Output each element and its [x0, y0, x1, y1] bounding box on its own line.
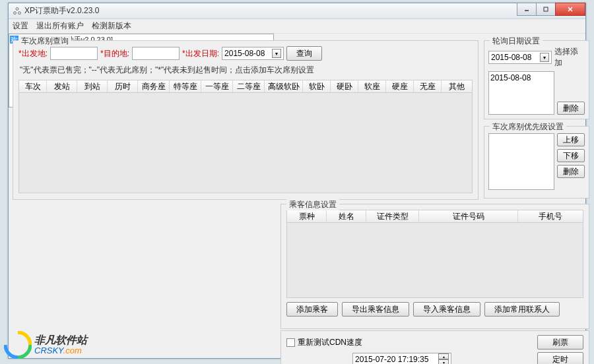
- to-input[interactable]: [132, 47, 180, 60]
- titlebar: XP订票助手v2.0.23.0: [9, 3, 585, 19]
- watermark-domain: CRSKY.com: [34, 346, 87, 355]
- poll-add-label: 选择添加: [554, 46, 585, 69]
- poll-date-list[interactable]: 2015-08-08: [488, 71, 554, 115]
- th-hard-seat[interactable]: 硬座: [386, 80, 414, 92]
- to-label: *目的地:: [100, 48, 129, 59]
- content-area: 车次席别查询 *出发地: *目的地: *出发日期: 2015-08-08 ▾ 查…: [9, 34, 585, 358]
- close-icon: [566, 5, 574, 13]
- chevron-down-icon: ▾: [540, 53, 549, 62]
- menu-settings[interactable]: 设置: [13, 20, 28, 32]
- th-hard-sleeper[interactable]: 硬卧: [331, 80, 358, 92]
- move-down-button[interactable]: 下移: [557, 149, 585, 162]
- th-phone[interactable]: 手机号: [518, 210, 583, 222]
- maximize-icon: [543, 6, 549, 13]
- brush-button[interactable]: 刷票: [537, 335, 583, 349]
- passenger-table-body[interactable]: [286, 223, 583, 298]
- passenger-group: 乘客信息设置 票种 姓名 证件类型 证件号码 手机号 添加乘客 导出乘客信息 导…: [280, 204, 589, 329]
- minimize-icon: [523, 6, 530, 13]
- passenger-table-header: 票种 姓名 证件类型 证件号码 手机号: [286, 210, 583, 223]
- add-passenger-button[interactable]: 添加乘客: [286, 302, 338, 317]
- menu-check-update[interactable]: 检测新版本: [92, 20, 131, 32]
- maximize-button[interactable]: [536, 3, 556, 16]
- train-search-group: 车次席别查询 *出发地: *目的地: *出发日期: 2015-08-08 ▾ 查…: [13, 40, 478, 200]
- th-special[interactable]: 特等座: [170, 80, 201, 92]
- bottom-row-2: 2015-07-20 17:19:35 ▴▾ 定时: [281, 351, 589, 364]
- th-name[interactable]: 姓名: [327, 210, 366, 222]
- th-second[interactable]: 二等座: [233, 80, 265, 92]
- poll-date-value: 2015-08-08: [491, 53, 531, 62]
- th-soft-sleeper-high[interactable]: 高级软卧: [265, 80, 303, 92]
- minimize-button[interactable]: [517, 3, 537, 16]
- th-ticket-type[interactable]: 票种: [287, 210, 327, 222]
- watermark: 非凡软件站 CRSKY.com: [4, 331, 87, 359]
- passenger-buttons: 添加乘客 导出乘客信息 导入乘客信息 添加常用联系人: [281, 302, 589, 317]
- poll-date-picker[interactable]: 2015-08-08 ▾: [488, 51, 552, 64]
- passenger-group-title: 乘客信息设置: [286, 199, 339, 210]
- poll-group-title: 轮询日期设置: [490, 36, 543, 47]
- priority-group: 车次席别优先级设置 上移 下移 删除: [484, 126, 589, 198]
- window-controls: [517, 3, 585, 16]
- svg-point-1: [14, 11, 16, 14]
- app-window: XP订票助手v2.0.23.0 设置 退出所有账户 检测新版本 车次席别查询 *…: [8, 3, 586, 359]
- close-button[interactable]: [555, 3, 585, 16]
- depart-date-value: 2015-08-08: [224, 49, 265, 58]
- move-up-button[interactable]: 上移: [557, 133, 585, 146]
- th-other[interactable]: 其他: [442, 80, 472, 92]
- search-row: *出发地: *目的地: *出发日期: 2015-08-08 ▾ 查询: [13, 41, 478, 63]
- import-passenger-button[interactable]: 导入乘客信息: [413, 302, 480, 317]
- th-train[interactable]: 车次: [19, 80, 47, 92]
- th-from[interactable]: 发站: [47, 80, 77, 92]
- titlebar-text: XP订票助手v2.0.23.0: [24, 5, 99, 16]
- watermark-name: 非凡软件站: [34, 335, 87, 346]
- stepper-icon[interactable]: ▴▾: [438, 353, 449, 364]
- query-button[interactable]: 查询: [286, 46, 322, 61]
- menubar: 设置 退出所有账户 检测新版本: [9, 19, 585, 34]
- th-duration[interactable]: 历时: [108, 80, 138, 92]
- from-label: *出发地:: [18, 48, 48, 59]
- datetime-value: 2015-07-20 17:19:35: [355, 355, 428, 364]
- export-passenger-button[interactable]: 导出乘客信息: [342, 302, 409, 317]
- svg-rect-4: [544, 7, 548, 11]
- cdn-label: 重新测试CDN速度: [298, 337, 362, 348]
- th-business[interactable]: 商务座: [138, 80, 170, 92]
- th-first[interactable]: 一等座: [201, 80, 233, 92]
- svg-point-0: [16, 7, 18, 10]
- chevron-down-icon: ▾: [272, 49, 281, 58]
- search-group-title: 车次席别查询: [18, 36, 71, 47]
- search-hint: "无"代表票已售完；"--"代表无此席别；"*"代表未到起售时间；点击添加车次席…: [13, 63, 478, 77]
- menu-logout[interactable]: 退出所有账户: [36, 20, 84, 32]
- datetime-picker[interactable]: 2015-07-20 17:19:35 ▴▾: [352, 353, 451, 364]
- priority-delete-button[interactable]: 删除: [557, 165, 585, 178]
- th-id-type[interactable]: 证件类型: [366, 210, 419, 222]
- poll-date-group: 轮询日期设置 2015-08-08 ▾ 选择添加 2015-08-08 删除: [484, 40, 589, 119]
- th-id-number[interactable]: 证件号码: [419, 210, 518, 222]
- priority-group-title: 车次席别优先级设置: [490, 121, 566, 133]
- cdn-checkbox[interactable]: [286, 338, 295, 347]
- train-table-header: 车次 发站 到站 历时 商务座 特等座 一等座 二等座 高级软卧 软卧 硬卧 软…: [18, 80, 473, 93]
- svg-point-2: [18, 11, 21, 14]
- bottom-row-1: 重新测试CDN速度 刷票: [281, 331, 589, 351]
- add-contact-button[interactable]: 添加常用联系人: [484, 302, 560, 317]
- watermark-logo-icon: [4, 331, 32, 359]
- date-label: *出发日期:: [182, 48, 219, 59]
- timed-button[interactable]: 定时: [537, 352, 583, 364]
- bottom-controls-group: 重新测试CDN速度 刷票 2015-07-20 17:19:35 ▴▾ 定时 捐…: [280, 330, 589, 364]
- priority-list[interactable]: [488, 133, 554, 190]
- depart-date-picker[interactable]: 2015-08-08 ▾: [222, 47, 284, 60]
- poll-delete-button[interactable]: 删除: [557, 102, 585, 115]
- app-icon: [13, 7, 22, 16]
- th-no-seat[interactable]: 无座: [414, 80, 442, 92]
- th-soft-seat[interactable]: 软座: [358, 80, 386, 92]
- from-input[interactable]: [50, 47, 98, 60]
- th-soft-sleeper[interactable]: 软卧: [303, 80, 331, 92]
- list-item[interactable]: 2015-08-08: [490, 73, 552, 82]
- train-table-body[interactable]: [18, 93, 473, 193]
- th-to[interactable]: 到站: [77, 80, 108, 92]
